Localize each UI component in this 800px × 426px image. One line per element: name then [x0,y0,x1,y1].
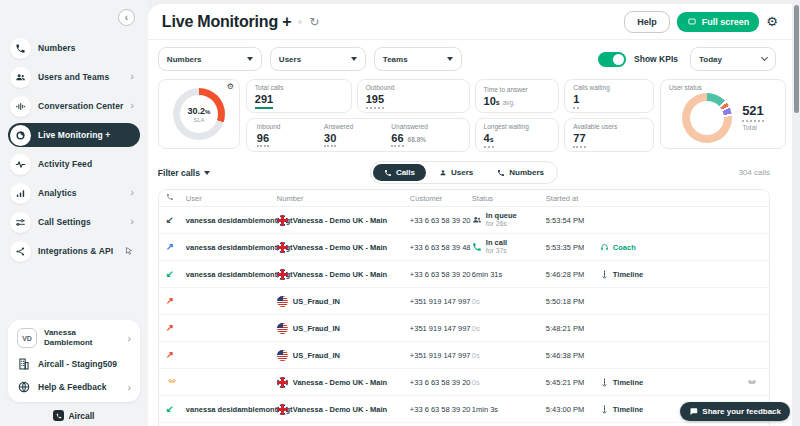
in-call-icon [472,242,482,252]
refresh-icon[interactable]: ↻ [309,15,319,29]
sidebar-item-users-and-teams[interactable]: Users and Teams › [8,65,140,89]
profile-row[interactable]: VD Vanessa Damblemont › [17,328,131,348]
header-customer: Customer [410,194,472,203]
row-number: Vanessa - Demo UK - Main [277,377,410,388]
table-row[interactable]: ↗ US_Fraud_IN +351 919 147 997 0s 5:48:2… [159,315,769,342]
help-button[interactable]: Help [624,11,670,33]
status-main: In queue [486,212,517,221]
kpi-value: 77 [573,132,585,148]
coach-button[interactable]: Coach [600,243,746,252]
title-bar: Live Monitoring + ↻ Help Full screen ⚙ [148,4,792,40]
profile-name: Vanessa Damblemont [44,328,121,348]
row-customer: +33 6 63 58 39 48 [410,243,472,252]
table-row[interactable]: ↗ US_Fraud_IN +351 919 147 997 0s 5:50:1… [159,288,769,315]
chevron-down-icon [761,54,768,61]
sla-label: SLA [193,117,204,123]
table-row[interactable]: ↙ vanessa desidamblemont_agt Vanessa - D… [159,396,769,423]
table-row[interactable]: ↗ US_Fraud_IN +351 919 147 997 0s 5:46:3… [159,342,769,369]
row-started-at: 5:46:28 PM [546,270,600,279]
sidebar-item-live-monitoring[interactable]: Live Monitoring + [8,123,140,147]
caret-down-icon [247,57,253,61]
flag-us-icon [277,350,288,361]
fullscreen-label: Full screen [702,17,750,27]
row-user: vanessa desidamblemont_agt [186,270,277,279]
row-started-at: 5:53:54 PM [546,216,600,225]
sidebar-item-analytics[interactable]: Analytics › [8,181,140,205]
sidebar-item-activity-feed[interactable]: Activity Feed [8,152,140,176]
scrollbar-thumb[interactable] [794,5,799,113]
sidebar-item-call-settings[interactable]: Call Settings › [8,210,140,234]
speech-bubble-icon [689,407,698,416]
tab-users[interactable]: Users [428,164,484,181]
sidebar-item-integrations-api[interactable]: Integrations & API [8,239,140,263]
timeline-button[interactable]: Timeline [600,378,746,387]
flag-uk-icon [277,269,288,280]
timeline-label: Timeline [613,405,643,414]
row-started-at: 5:45:21 PM [546,378,600,387]
phone-icon [497,169,505,177]
kpi-inbound-group: Inbound 96 Answered 30 Unanswered 6668.8… [246,118,470,153]
kpi-unanswered: Unanswered 6668.8% [391,123,458,148]
header-started-at: Started at [546,194,600,203]
chevron-right-icon: › [128,333,131,344]
sidebar-item-label: Users and Teams [38,72,124,82]
show-kpis-toggle[interactable] [598,52,626,67]
voicemail-icon[interactable] [746,378,758,386]
user-status-total-label: Total [742,124,764,131]
help-feedback-row[interactable]: Help & Feedback › [17,380,131,394]
filter-calls-dropdown[interactable]: Filter calls [158,168,278,178]
share-feedback-button[interactable]: Share your feedback [680,402,790,421]
sidebar-item-label: Integrations & API [38,246,116,256]
calls-count: 304 calls [650,168,770,177]
chevron-right-icon: › [131,72,134,82]
flag-us-icon [277,296,288,307]
table-row[interactable]: Vanessa - Demo UK - Main +33 6 63 58 39 … [159,369,769,396]
kpi-label: Outbound [366,84,461,91]
row-customer: +33 6 63 58 39 20 [410,270,472,279]
status-sub: for 37s [486,247,507,255]
brand: Aircall [0,410,148,421]
globe-icon [17,380,31,394]
timeline-button[interactable]: Timeline [600,270,746,279]
users-dropdown[interactable]: Users [270,47,366,71]
kpi-section: ⚙ 30.2% SLA Total calls 291 Outbound 195 [148,77,792,157]
kpi-outbound: Outbound 195 [357,79,470,113]
row-user: vanessa desidamblemont_agt [186,216,277,225]
header-user: User [186,194,277,203]
settings-gear-icon[interactable]: ⚙ [766,15,778,28]
org-row[interactable]: Aircall - Staging509 [17,357,131,371]
sidebar-item-numbers[interactable]: Numbers [8,36,140,60]
caret-down-icon [351,57,357,61]
chevron-right-icon: › [131,217,134,227]
table-row[interactable]: ↗ vanessa desidamblemont_agt Vanessa - D… [159,234,769,261]
numbers-dropdown-label: Numbers [167,55,202,64]
numbers-dropdown[interactable]: Numbers [158,47,262,71]
avatar: VD [17,328,37,348]
share-feedback-label: Share your feedback [702,407,781,416]
period-dropdown[interactable]: Today [690,47,776,71]
row-status: 0s [472,351,546,360]
kpi-value: 30 [324,132,336,148]
row-number-label: Vanessa - Demo UK - Main [293,243,387,252]
row-number: Vanessa - Demo UK - Main [277,404,410,415]
voicemail-icon [166,377,178,385]
tab-numbers[interactable]: Numbers [486,164,555,181]
sla-settings-gear-icon[interactable]: ⚙ [227,83,234,91]
kpi-calls-waiting: Calls waiting 1 [564,79,654,113]
table-row[interactable]: ↙ vanessa desidamblemont_agt Vanessa - D… [159,261,769,288]
kpi-label: Calls waiting [573,84,645,91]
profile-name-line1: Vanessa [44,328,76,337]
person-icon [439,169,447,177]
kpi-label: Unanswered [391,123,458,130]
fullscreen-button[interactable]: Full screen [677,12,760,32]
row-customer: +33 6 63 58 39 20 [410,378,472,387]
row-status: In callfor 37s [472,239,546,255]
timeline-icon [600,378,609,387]
sidebar-item-conversation-center[interactable]: Conversation Center › [8,94,140,118]
table-row[interactable]: ↙ vanessa desidamblemont_agt Vanessa - D… [159,207,769,234]
sidebar-collapse-button[interactable]: ‹ [118,9,135,26]
kpi-label: Inbound [257,123,324,130]
tab-label: Users [451,168,473,177]
tab-calls[interactable]: Calls [373,164,426,181]
teams-dropdown[interactable]: Teams [374,47,462,71]
